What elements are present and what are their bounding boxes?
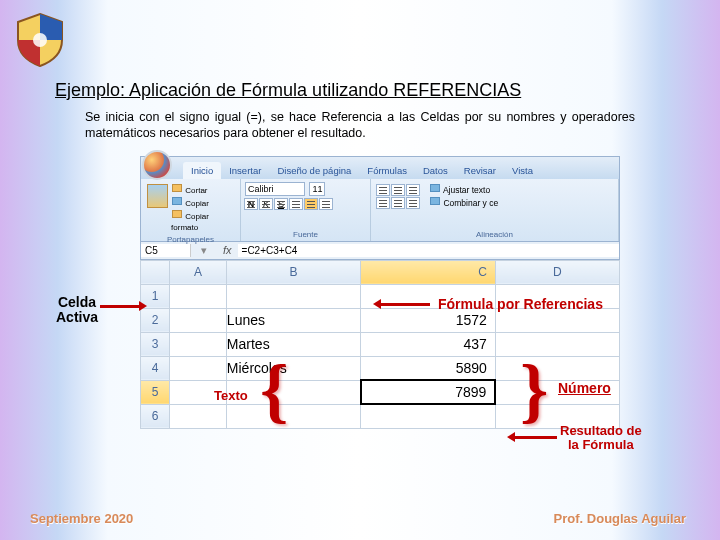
merge-icon	[430, 197, 440, 205]
copy-label: Copiar	[185, 199, 209, 208]
merge-label: Combinar y ce	[443, 198, 498, 208]
svg-point-0	[33, 33, 47, 47]
row-header: 4	[141, 356, 170, 380]
cell: Lunes	[226, 308, 360, 332]
wrap-icon	[430, 184, 440, 192]
row-header: 2	[141, 308, 170, 332]
active-cell: 7899	[361, 380, 495, 404]
fx-icon: fx	[217, 244, 238, 256]
ribbon-tab: Insertar	[221, 162, 269, 179]
brace-right-icon: }	[520, 360, 548, 420]
cell: 437	[361, 332, 495, 356]
arrow-icon	[100, 305, 140, 308]
col-header: B	[226, 260, 360, 284]
school-shield-logo	[10, 10, 70, 70]
slide-title: Ejemplo: Aplicación de Fórmula utilizand…	[55, 80, 665, 101]
callout-numero: Número	[558, 380, 611, 396]
cell: Miércoles	[226, 356, 360, 380]
ribbon-tab: Datos	[415, 162, 456, 179]
format-painter-icon	[172, 210, 182, 218]
formula-bar: C5 ▾ fx =C2+C3+C4	[140, 242, 620, 260]
row-header: 6	[141, 404, 170, 428]
excel-ribbon: Inicio Insertar Diseño de página Fórmula…	[140, 156, 620, 242]
formula-input: =C2+C3+C4	[238, 244, 619, 257]
group-label: Fuente	[244, 230, 367, 239]
arrow-icon	[515, 436, 557, 439]
cut-label: Cortar	[185, 186, 207, 195]
cell: Martes	[226, 332, 360, 356]
font-selector: Calibri	[245, 182, 305, 196]
font-color-icon	[319, 198, 333, 210]
callout-formula: Fórmula por Referencias	[438, 296, 603, 312]
wrap-label: Ajustar texto	[443, 185, 490, 195]
ribbon-tab: Fórmulas	[359, 162, 415, 179]
slide-subtitle: Se inicia con el signo igual (=), se hac…	[85, 109, 635, 142]
cut-icon	[172, 184, 182, 192]
callout-celda-activa: Celda Activa	[56, 295, 98, 326]
ribbon-tab: Vista	[504, 162, 541, 179]
fill-icon	[304, 198, 318, 210]
name-box: C5	[141, 244, 191, 257]
footer-date: Septiembre 2020	[30, 511, 133, 526]
row-header: 3	[141, 332, 170, 356]
cell: 5890	[361, 356, 495, 380]
paste-icon	[147, 184, 168, 208]
footer-author: Prof. Douglas Aguilar	[554, 511, 686, 526]
callout-texto: Texto	[214, 388, 248, 403]
size-selector: 11	[309, 182, 325, 196]
col-header: A	[169, 260, 226, 284]
col-header: D	[495, 260, 619, 284]
ribbon-tab: Diseño de página	[269, 162, 359, 179]
border-icon	[289, 198, 303, 210]
col-header: C	[361, 260, 495, 284]
row-header: 5	[141, 380, 170, 404]
copy-icon	[172, 197, 182, 205]
callout-resultado: Resultado de la Fórmula	[560, 424, 642, 453]
brace-left-icon: {	[260, 360, 288, 420]
group-label: Alineación	[374, 230, 615, 239]
ribbon-tab: Revisar	[456, 162, 504, 179]
excel-screenshot: Inicio Insertar Diseño de página Fórmula…	[80, 156, 640, 429]
ribbon-tab-inicio: Inicio	[183, 162, 221, 179]
office-button-icon	[142, 150, 172, 180]
